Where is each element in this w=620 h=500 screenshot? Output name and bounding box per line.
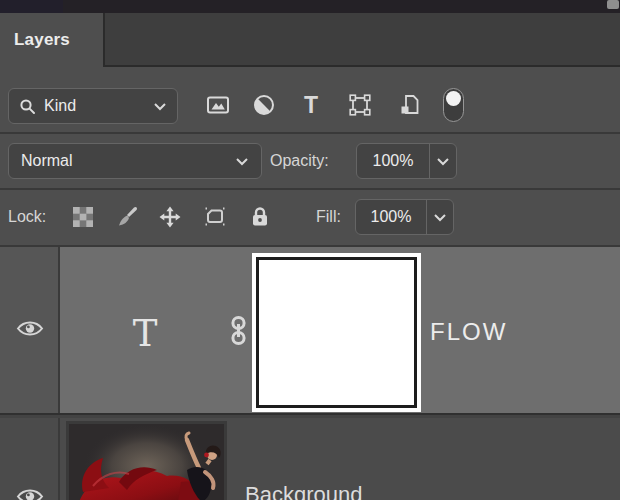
- lock-position-icon[interactable]: [158, 205, 182, 229]
- panel-tab-bar: Layers: [0, 13, 620, 67]
- filter-smart-objects-icon[interactable]: [398, 93, 422, 117]
- layer-mask-thumbnail-inner: [256, 257, 417, 408]
- tab-bar-empty-area: [103, 13, 620, 67]
- tab-layers-label: Layers: [14, 30, 70, 50]
- scrollbar-thumb[interactable]: [607, 0, 619, 9]
- window-top-bar-accent: [0, 0, 63, 13]
- blend-mode-dropdown[interactable]: Normal: [8, 143, 262, 179]
- layer-mask-thumbnail[interactable]: [252, 253, 421, 412]
- opacity-field[interactable]: 100%: [356, 143, 457, 179]
- visibility-eye-icon-background[interactable]: [16, 487, 44, 500]
- divider: [58, 418, 60, 500]
- filter-kind-dropdown[interactable]: Kind: [8, 88, 178, 124]
- background-layer-thumbnail[interactable]: [66, 421, 227, 500]
- divider: [0, 132, 620, 134]
- filter-pixel-layers-icon[interactable]: [206, 93, 230, 117]
- toggle-knob: [446, 91, 461, 106]
- visibility-eye-icon-flow[interactable]: [16, 319, 44, 338]
- chevron-down-icon: [153, 102, 167, 111]
- fill-label: Fill:: [316, 208, 341, 226]
- lock-transparent-pixels-icon[interactable]: [71, 205, 95, 229]
- lock-artboard-nesting-icon[interactable]: [203, 205, 227, 229]
- filter-type-layers-icon[interactable]: T: [299, 93, 323, 117]
- filter-on-off-toggle[interactable]: [443, 88, 464, 122]
- blend-mode-value: Normal: [21, 152, 73, 170]
- layer-name-flow[interactable]: FLOW: [430, 318, 507, 346]
- lock-label: Lock:: [8, 208, 46, 226]
- fill-field[interactable]: 100%: [355, 199, 454, 235]
- layer-name-background[interactable]: Background: [245, 482, 362, 500]
- window-top-bar: [0, 0, 620, 13]
- opacity-value[interactable]: 100%: [357, 152, 429, 170]
- chevron-down-icon: [235, 157, 249, 166]
- tab-layers[interactable]: Layers: [0, 13, 103, 67]
- filter-kind-label: Kind: [44, 97, 76, 115]
- chevron-down-icon: [433, 213, 447, 222]
- layers-panel: Layers Kind T: [0, 0, 620, 500]
- chevron-down-icon: [436, 157, 450, 166]
- layer-mask-link-icon[interactable]: [228, 314, 249, 347]
- filter-shape-layers-icon[interactable]: [348, 93, 372, 117]
- fill-value[interactable]: 100%: [356, 208, 426, 226]
- filter-adjustment-layers-icon[interactable]: [252, 93, 276, 117]
- text-layer-thumbnail[interactable]: T: [119, 305, 171, 361]
- opacity-dropdown-button[interactable]: [429, 144, 456, 178]
- divider: [0, 188, 620, 190]
- dancer-thumbnail-image: [69, 424, 224, 500]
- fill-dropdown-button[interactable]: [426, 200, 453, 234]
- search-icon: [19, 98, 36, 115]
- lock-all-icon[interactable]: [248, 205, 272, 229]
- lock-image-pixels-icon[interactable]: [115, 205, 139, 229]
- opacity-label: Opacity:: [270, 152, 329, 170]
